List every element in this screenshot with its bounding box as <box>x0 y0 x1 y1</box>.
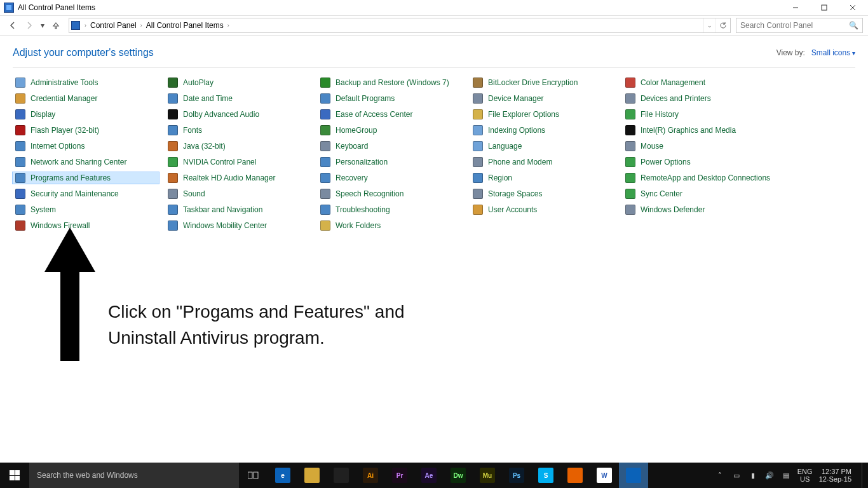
cp-item-bitlocker-drive-encryption[interactable]: BitLocker Drive Encryption <box>470 77 616 88</box>
cp-item-java-32-bit-[interactable]: Java (32-bit) <box>165 140 311 152</box>
tray-action-center-icon[interactable]: ▤ <box>781 470 791 480</box>
cp-item-nvidia-control-panel[interactable]: NVIDIA Control Panel <box>165 156 311 168</box>
taskbar-search[interactable]: Search the web and Windows <box>29 463 239 488</box>
start-button[interactable] <box>0 463 29 488</box>
tray-language[interactable]: ENG US <box>797 468 813 483</box>
cp-item-intel-r-graphics-and-media[interactable]: Intel(R) Graphics and Media <box>623 125 769 136</box>
breadcrumb-root[interactable]: Control Panel <box>89 21 138 30</box>
taskbar-app-word[interactable]: W <box>590 463 619 488</box>
system-tray: ˄ ▭ ▮ 🔊 ▤ ENG US 12:37 PM 12-Sep-15 <box>712 463 868 488</box>
taskbar-app-pr[interactable]: Pr <box>385 463 414 488</box>
up-button[interactable] <box>48 18 64 33</box>
cp-item-label: BitLocker Drive Encryption <box>488 78 578 87</box>
cp-item-date-and-time[interactable]: Date and Time <box>165 93 311 104</box>
taskbar-app-mu[interactable]: Mu <box>473 463 502 488</box>
taskbar-app-firefox[interactable] <box>560 463 590 488</box>
tray-clock[interactable]: 12:37 PM 12-Sep-15 <box>819 468 855 483</box>
cp-item-fonts[interactable]: Fonts <box>165 125 311 136</box>
cp-item-windows-mobility-center[interactable]: Windows Mobility Center <box>165 220 311 231</box>
cp-item-indexing-options[interactable]: Indexing Options <box>470 125 616 136</box>
cp-item-troubleshooting[interactable]: Troubleshooting <box>318 204 464 215</box>
search-box[interactable]: 🔍 <box>736 18 863 33</box>
cp-item-speech-recognition[interactable]: Speech Recognition <box>318 188 464 200</box>
cp-item-work-folders[interactable]: Work Folders <box>318 220 464 231</box>
cp-item-file-history[interactable]: File History <box>623 109 769 120</box>
chevron-right-icon[interactable]: › <box>225 22 232 29</box>
cp-item-dolby-advanced-audio[interactable]: Dolby Advanced Audio <box>165 109 311 120</box>
cp-item-internet-options[interactable]: Internet Options <box>13 140 159 152</box>
display-icon <box>15 109 25 119</box>
cp-item-system[interactable]: System <box>13 204 159 215</box>
refresh-button[interactable] <box>715 18 730 32</box>
cp-item-device-manager[interactable]: Device Manager <box>470 93 616 104</box>
cp-item-mouse[interactable]: Mouse <box>623 140 769 152</box>
task-view-button[interactable] <box>239 463 268 488</box>
tray-network-icon[interactable]: ▮ <box>748 470 758 480</box>
cp-item-programs-and-features[interactable]: Programs and Features <box>13 172 159 184</box>
cp-item-homegroup[interactable]: HomeGroup <box>318 125 464 136</box>
cp-item-remoteapp-and-desktop-connections[interactable]: RemoteApp and Desktop Connections <box>623 172 769 184</box>
taskbar-app-ae[interactable]: Ae <box>414 463 444 488</box>
cp-item-user-accounts[interactable]: User Accounts <box>470 204 616 215</box>
search-input[interactable] <box>740 21 842 30</box>
cp-item-windows-defender[interactable]: Windows Defender <box>623 204 769 215</box>
cp-item-security-and-maintenance[interactable]: Security and Maintenance <box>13 188 159 200</box>
maximize-button[interactable] <box>810 1 838 15</box>
recent-locations-button[interactable]: ▾ <box>38 18 47 33</box>
cp-item-flash-player-32-bit-[interactable]: Flash Player (32-bit) <box>13 125 159 136</box>
cp-item-phone-and-modem[interactable]: Phone and Modem <box>470 156 616 168</box>
taskbar-app-file-explorer[interactable] <box>297 463 327 488</box>
cp-item-administrative-tools[interactable]: Administrative Tools <box>13 77 159 88</box>
taskbar-app-edge[interactable]: e <box>268 463 297 488</box>
chevron-right-icon[interactable]: › <box>138 22 145 29</box>
taskbar-app-controlpanel[interactable] <box>619 463 648 488</box>
taskbar-app-skype[interactable]: S <box>531 463 560 488</box>
taskbar-app-dw[interactable]: Dw <box>444 463 473 488</box>
close-button[interactable] <box>838 1 867 15</box>
minimize-button[interactable] <box>781 1 810 15</box>
cp-item-autoplay[interactable]: AutoPlay <box>165 77 311 88</box>
cp-item-taskbar-and-navigation[interactable]: Taskbar and Navigation <box>165 204 311 215</box>
view-by-dropdown[interactable]: Small icons <box>811 48 855 57</box>
cp-item-ease-of-access-center[interactable]: Ease of Access Center <box>318 109 464 120</box>
control-panel-icon <box>69 21 82 30</box>
cp-item-windows-firewall[interactable]: Windows Firewall <box>13 220 159 231</box>
cp-item-language[interactable]: Language <box>470 140 616 152</box>
taskbar-app-ps[interactable]: Ps <box>502 463 531 488</box>
tray-show-hidden-icon[interactable]: ˄ <box>715 470 725 480</box>
remoteapp-and-desktop-connections-icon <box>625 173 635 183</box>
back-button[interactable] <box>5 18 20 33</box>
cp-item-network-and-sharing-center[interactable]: Network and Sharing Center <box>13 156 159 168</box>
breadcrumb-current[interactable]: All Control Panel Items <box>145 21 225 30</box>
cp-item-credential-manager[interactable]: Credential Manager <box>13 93 159 104</box>
file-history-icon <box>625 109 635 119</box>
tray-battery-icon[interactable]: ▭ <box>731 470 742 480</box>
taskbar: Search the web and Windows eAiPrAeDwMuPs… <box>0 463 868 488</box>
cp-item-recovery[interactable]: Recovery <box>318 172 464 184</box>
cp-item-keyboard[interactable]: Keyboard <box>318 140 464 152</box>
cp-item-sound[interactable]: Sound <box>165 188 311 200</box>
forward-button[interactable] <box>22 18 37 33</box>
address-dropdown[interactable]: ⌄ <box>703 18 715 32</box>
show-desktop-button[interactable] <box>862 463 865 488</box>
tray-volume-icon[interactable]: 🔊 <box>764 470 775 480</box>
cp-item-file-explorer-options[interactable]: File Explorer Options <box>470 109 616 120</box>
taskbar-app-ai[interactable]: Ai <box>356 463 385 488</box>
cp-item-sync-center[interactable]: Sync Center <box>623 188 769 200</box>
cp-item-devices-and-printers[interactable]: Devices and Printers <box>623 93 769 104</box>
cp-item-label: Administrative Tools <box>31 78 98 87</box>
taskbar-app-store[interactable] <box>327 463 356 488</box>
cp-item-default-programs[interactable]: Default Programs <box>318 93 464 104</box>
cp-item-region[interactable]: Region <box>470 172 616 184</box>
cp-item-display[interactable]: Display <box>13 109 159 120</box>
cp-item-backup-and-restore-windows-7-[interactable]: Backup and Restore (Windows 7) <box>318 77 464 88</box>
cp-item-personalization[interactable]: Personalization <box>318 156 464 168</box>
search-icon[interactable]: 🔍 <box>849 21 858 30</box>
cp-item-storage-spaces[interactable]: Storage Spaces <box>470 188 616 200</box>
cp-item-power-options[interactable]: Power Options <box>623 156 769 168</box>
breadcrumb-bar[interactable]: › Control Panel › All Control Panel Item… <box>69 18 731 33</box>
cp-item-color-management[interactable]: Color Management <box>623 77 769 88</box>
cp-item-realtek-hd-audio-manager[interactable]: Realtek HD Audio Manager <box>165 172 311 184</box>
chevron-right-icon[interactable]: › <box>82 22 89 29</box>
cp-item-label: Windows Mobility Center <box>183 221 267 230</box>
